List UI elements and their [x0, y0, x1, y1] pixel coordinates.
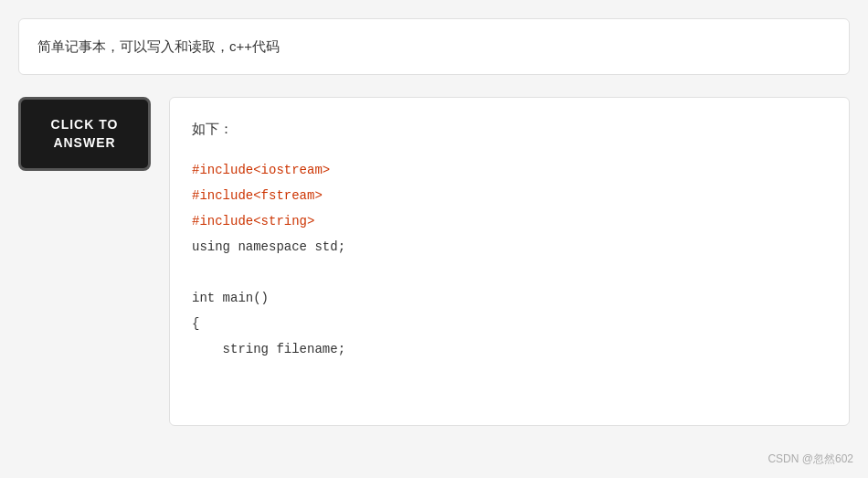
- code-line: #include<fstream>: [192, 183, 827, 208]
- answer-panel: 如下： #include<iostream> #include<fstream>…: [169, 97, 850, 426]
- code-line: {: [192, 311, 827, 336]
- click-to-answer-button[interactable]: CLICK TOANSWER: [18, 97, 151, 171]
- page-container: 简单记事本，可以写入和读取，c++代码 CLICK TOANSWER 如下： #…: [0, 0, 868, 478]
- question-text: 简单记事本，可以写入和读取，c++代码: [37, 38, 280, 54]
- question-box: 简单记事本，可以写入和读取，c++代码: [18, 18, 850, 75]
- code-line: #include<iostream>: [192, 157, 827, 183]
- answer-intro: 如下：: [192, 116, 827, 141]
- code-line-empty: [192, 260, 827, 285]
- code-line: string filename;: [192, 336, 827, 362]
- watermark: CSDN @忽然602: [767, 451, 853, 467]
- content-row: CLICK TOANSWER 如下： #include<iostream> #i…: [18, 97, 850, 426]
- code-line: int main(): [192, 285, 827, 311]
- code-line: using namespace std;: [192, 234, 827, 260]
- code-line: #include<string>: [192, 208, 827, 234]
- code-block: #include<iostream> #include<fstream> #in…: [192, 157, 827, 362]
